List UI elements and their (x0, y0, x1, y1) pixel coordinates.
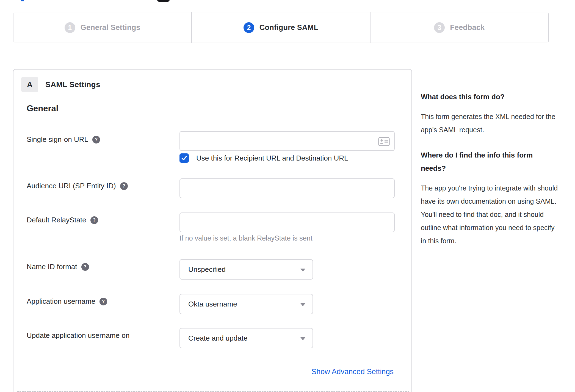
step-2-number-badge: 2 (244, 22, 254, 33)
update-application-username-label: Update application username on (27, 331, 129, 340)
section-a-badge: A (21, 77, 38, 92)
default-relaystate-input[interactable] (179, 212, 395, 232)
help-icon[interactable]: ? (92, 136, 100, 143)
dashed-divider (17, 391, 409, 392)
help-icon[interactable]: ? (120, 182, 128, 190)
help-icon[interactable]: ? (81, 263, 89, 271)
recipient-url-checkbox-label[interactable]: Use this for Recipient URL and Destinati… (196, 154, 348, 162)
step-1-label: General Settings (81, 23, 140, 32)
application-username-select[interactable]: Okta username (179, 294, 313, 314)
audience-uri-label: Audience URI (SP Entity ID) ? (27, 182, 128, 190)
help-icon[interactable]: ? (90, 216, 98, 224)
audience-uri-input[interactable] (179, 178, 395, 198)
help-sidebar: What does this form do? This form genera… (421, 90, 558, 247)
step-configure-saml[interactable]: 2 Configure SAML (191, 12, 370, 43)
chevron-down-icon (300, 303, 305, 306)
general-group-heading: General (27, 104, 58, 114)
step-2-label: Configure SAML (259, 23, 318, 32)
chevron-down-icon (300, 337, 305, 340)
saml-settings-panel: A SAML Settings General Single sign-on U… (13, 69, 412, 392)
relaystate-hint: If no value is set, a blank RelayState i… (179, 234, 313, 242)
sidebar-question-2: Where do I find the info this form needs… (421, 148, 558, 175)
wizard-stepper: 1 General Settings 2 Configure SAML 3 Fe… (13, 12, 549, 43)
panel-title: SAML Settings (45, 80, 100, 89)
step-1-number-badge: 1 (65, 22, 75, 33)
single-sign-on-url-label: Single sign-on URL ? (27, 135, 100, 144)
default-relaystate-label: Default RelayState ? (27, 216, 98, 224)
cutoff-app-logo-fragment (157, 0, 170, 2)
step-feedback[interactable]: 3 Feedback (370, 12, 548, 43)
step-3-number-badge: 3 (434, 22, 445, 33)
single-sign-on-url-input[interactable] (179, 131, 395, 151)
name-id-format-select[interactable]: Unspecified (179, 259, 313, 280)
sidebar-answer-1: This form generates the XML needed for t… (421, 110, 558, 136)
recipient-url-checkbox[interactable] (179, 153, 189, 163)
sidebar-answer-2: The app you're trying to integrate with … (421, 181, 558, 247)
application-username-label: Application username ? (27, 297, 107, 306)
name-id-format-label: Name ID format ? (27, 263, 89, 271)
chevron-down-icon (300, 269, 305, 272)
step-general-settings[interactable]: 1 General Settings (13, 12, 191, 43)
address-card-icon[interactable] (378, 137, 390, 146)
update-application-username-select[interactable]: Create and update (179, 328, 313, 348)
step-3-label: Feedback (450, 23, 485, 32)
cutoff-blue-fragment (21, 0, 24, 1)
show-advanced-settings-link[interactable]: Show Advanced Settings (311, 368, 394, 376)
recipient-url-checkbox-row: Use this for Recipient URL and Destinati… (179, 153, 348, 163)
sidebar-question-1: What does this form do? (421, 90, 558, 103)
help-icon[interactable]: ? (99, 298, 107, 305)
